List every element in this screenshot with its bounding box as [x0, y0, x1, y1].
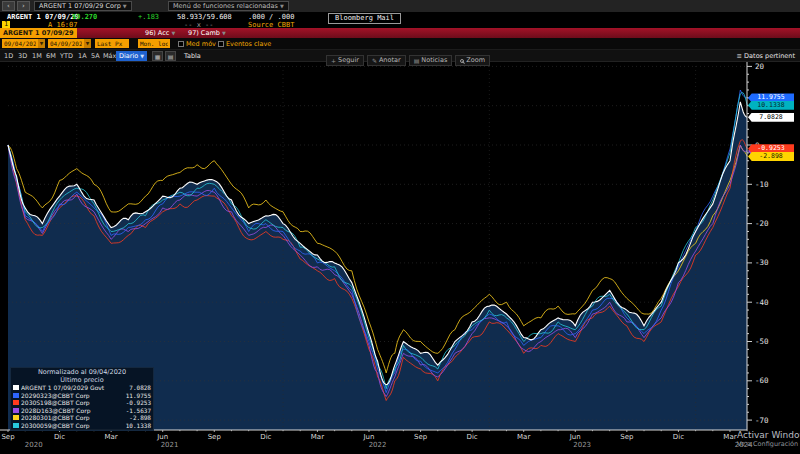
- x-axis-year-label: 2023: [567, 441, 597, 449]
- seguir-button[interactable]: +Seguir: [326, 55, 364, 66]
- legend-row[interactable]: 2028D163@CBBT Corp-1.5637: [13, 407, 151, 415]
- x-axis-month-label: Dic: [255, 433, 277, 441]
- period-button-6m[interactable]: 6M: [44, 51, 58, 61]
- related-functions-menu[interactable]: Menú de funciones relacionadas ▼: [168, 1, 289, 11]
- x-axis-month-label: Sep: [203, 433, 225, 441]
- last-price-badge: 10.1338: [748, 101, 794, 110]
- legend-last-price: 10.1338: [126, 422, 151, 429]
- back-arrow-icon[interactable]: ‹: [2, 1, 15, 11]
- quote-flag-badge: 1: [2, 21, 10, 28]
- quote-ticker: ARGENT 1 07/09/29: [7, 13, 79, 21]
- quote-size: .000 / .000: [248, 13, 294, 21]
- y-tick-label: 20: [755, 62, 765, 71]
- chart-action-buttons: +Seguir✎Anotar▤NoticiasZoom: [326, 55, 490, 66]
- legend-series-name: 20280301@CBBT Corp: [21, 414, 129, 421]
- legend-swatch-icon: [13, 393, 19, 398]
- x-axis-year-label: 2022: [363, 441, 393, 449]
- start-date-field[interactable]: [2, 39, 38, 48]
- x-axis-year-label: 2020: [19, 441, 49, 449]
- quote-change: +.183: [138, 13, 159, 21]
- menu-item-camb[interactable]: 97) Camb ▼: [188, 28, 226, 38]
- quote-bid-ask: 58.933/59.608: [177, 13, 232, 21]
- x-axis-month-label: Jun: [152, 433, 174, 441]
- period-button-ytd[interactable]: YTD: [58, 51, 75, 61]
- x-axis-month-label: Dic: [461, 433, 483, 441]
- legend-row[interactable]: 20300059@CBBT Corp10.1338: [13, 422, 151, 430]
- last-price-badge: 7.0828: [748, 113, 794, 122]
- anotar-icon: ✎: [372, 56, 377, 65]
- checkbox-icon: [218, 41, 224, 47]
- title-bar: ‹ › ARGENT 1 07/09/29 Corp ▼ Menú de fun…: [0, 0, 800, 13]
- relevant-data-button[interactable]: ≡ Datos pertinent: [737, 51, 795, 61]
- start-date-dropdown-icon[interactable]: ▼: [38, 39, 45, 48]
- button-label: Seguir: [338, 56, 359, 65]
- security-selector[interactable]: ARGENT 1 07/09/29 Corp ▼: [34, 1, 132, 11]
- x-axis-month-label: Sep: [616, 433, 638, 441]
- seguir-icon: +: [331, 56, 336, 65]
- legend-swatch-icon: [13, 423, 19, 428]
- legend-row[interactable]: 20290323@CBBT Corp11.9755: [13, 392, 151, 400]
- chart-type-icon[interactable]: ▦: [152, 51, 163, 61]
- anotar-button[interactable]: ✎Anotar: [367, 55, 406, 66]
- end-date-field[interactable]: [48, 39, 84, 48]
- table-button[interactable]: Tabla: [184, 51, 201, 61]
- x-axis-year-label: 2021: [155, 441, 185, 449]
- legend-subtitle: Último precio: [13, 377, 151, 385]
- chart-settings-icon[interactable]: ▤: [165, 51, 176, 61]
- period-button-5a[interactable]: 5A: [89, 51, 102, 61]
- legend-swatch-icon: [13, 408, 19, 413]
- y-tick-label: -60: [755, 376, 769, 385]
- windows-activation-watermark: Activar Windows Ve a Configuración para …: [737, 430, 800, 448]
- y-tick-label: -10: [755, 180, 769, 189]
- moving-average-checkbox[interactable]: Med móv ✎: [178, 40, 223, 48]
- price-field-select[interactable]: [95, 39, 129, 48]
- price-chart[interactable]: +Seguir✎Anotar▤NoticiasZoom 20100-10-20-…: [0, 62, 800, 432]
- period-button-1m[interactable]: 1M: [30, 51, 44, 61]
- period-button-1a[interactable]: 1A: [76, 51, 89, 61]
- button-label: Noticias: [421, 56, 447, 65]
- legend-series-name: 20300059@CBBT Corp: [21, 422, 126, 429]
- period-button-3d[interactable]: 3D: [16, 51, 29, 61]
- zoom-button[interactable]: Zoom: [455, 55, 490, 66]
- last-price-badge: -0.9253: [748, 144, 794, 153]
- legend-last-price: -2.898: [129, 414, 151, 421]
- x-axis-month-label: Dic: [667, 433, 689, 441]
- legend-last-price: -0.9253: [126, 399, 151, 406]
- x-axis-month-label: Jun: [358, 433, 380, 441]
- y-tick-label: -30: [755, 258, 769, 267]
- security-selector-label: ARGENT 1 07/09/29 Corp: [39, 2, 121, 10]
- noticias-icon: ▤: [414, 56, 420, 65]
- y-tick-label: -70: [755, 416, 769, 425]
- currency-select[interactable]: [138, 39, 170, 48]
- chevron-down-icon: ▼: [123, 3, 127, 9]
- bloomberg-terminal: ‹ › ARGENT 1 07/09/29 Corp ▼ Menú de fun…: [0, 0, 800, 454]
- x-axis-month-label: Jun: [564, 433, 586, 441]
- legend-row[interactable]: ARGENT 1 07/09/2029 Govt7.0828: [13, 384, 151, 392]
- legend-last-price: 11.9755: [126, 392, 151, 399]
- end-date-dropdown-icon[interactable]: ▼: [84, 39, 91, 48]
- period-button-1d[interactable]: 1D: [2, 51, 15, 61]
- function-bar-security: ARGENT 1 07/09/29: [0, 28, 77, 38]
- legend-last-price: 7.0828: [129, 384, 151, 391]
- bloomberg-mail-button[interactable]: Bloomberg Mail: [328, 13, 401, 24]
- legend-row[interactable]: 2030S198@CBBT Corp-0.9253: [13, 399, 151, 407]
- forward-arrow-icon[interactable]: ›: [17, 1, 30, 11]
- legend-last-price: -1.5637: [126, 407, 151, 414]
- chart-legend: Normalizado al 09/04/2020 Último precio …: [10, 367, 154, 431]
- chevron-down-icon: ▼: [280, 3, 284, 9]
- legend-swatch-icon: [13, 400, 19, 405]
- key-events-checkbox[interactable]: Eventos clave: [218, 40, 271, 48]
- x-axis-month-label: Mar: [100, 433, 122, 441]
- legend-row[interactable]: 20280301@CBBT Corp-2.898: [13, 414, 151, 422]
- legend-swatch-icon: [13, 415, 19, 420]
- legend-series-name: ARGENT 1 07/09/2029 Govt: [21, 384, 129, 391]
- noticias-button[interactable]: ▤Noticias: [409, 55, 453, 66]
- last-price-badge: -2.898: [748, 152, 794, 161]
- function-bar: ARGENT 1 07/09/29 96) Acc ▼ 97) Camb ▼: [0, 28, 800, 38]
- fields-bar: ▼ ▼ Med móv ✎ Eventos clave: [0, 38, 800, 50]
- menu-item-acc[interactable]: 96) Acc ▼: [145, 28, 175, 38]
- x-axis-month-label: Sep: [0, 433, 19, 441]
- frequency-select[interactable]: Diario ▼: [116, 51, 147, 61]
- legend-series-name: 20290323@CBBT Corp: [21, 392, 126, 399]
- legend-swatch-icon: [13, 385, 19, 390]
